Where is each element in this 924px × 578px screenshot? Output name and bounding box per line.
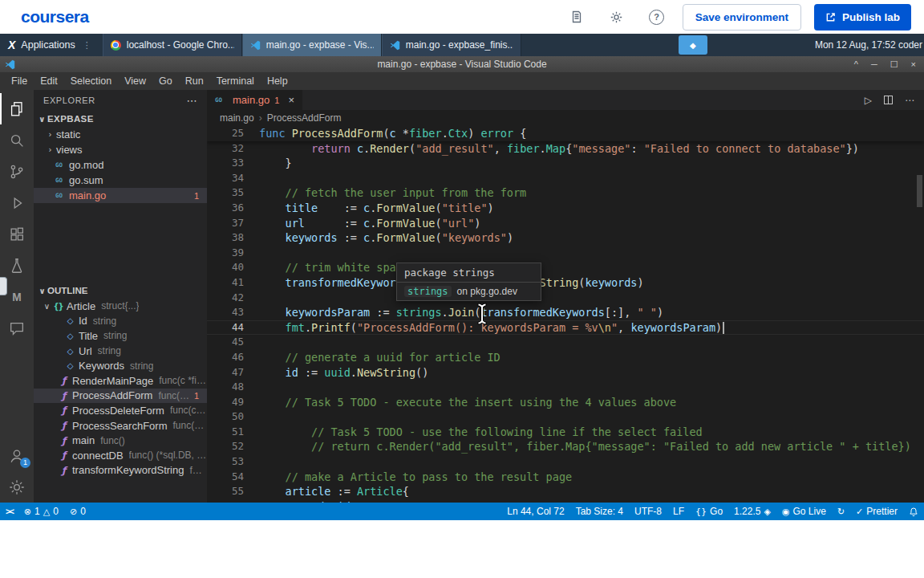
line-number[interactable]: 44	[207, 320, 259, 336]
go-version[interactable]: 1.22.5 ◈	[728, 503, 776, 520]
notifications-bell-icon[interactable]	[903, 503, 924, 520]
taskbar-window[interactable]: main.go - expbase_finis...	[382, 34, 521, 56]
taskbar-window[interactable]: localhost - Google Chro...	[103, 34, 242, 56]
menu-selection[interactable]: Selection	[64, 75, 118, 87]
more-actions-icon[interactable]: ⋯	[905, 95, 914, 106]
panel-pull-tab[interactable]	[0, 277, 7, 295]
code-editor[interactable]: 25func ProcessAddForm(c *fiber.Ctx) erro…	[207, 126, 924, 503]
go-live-button[interactable]: ◉ Go Live	[776, 503, 832, 520]
workspace-root[interactable]: ∨ EXPBASE	[34, 111, 207, 127]
extensions-icon[interactable]	[0, 218, 34, 250]
outline-item-Id[interactable]: ◇Idstring	[34, 314, 207, 329]
lab-notes-icon[interactable]	[569, 9, 585, 25]
code-line-54[interactable]: 54 // make a Article to pass to the resu…	[207, 470, 924, 485]
code-line-46[interactable]: 46 // generate a uuid for article ID	[207, 350, 924, 365]
menu-run[interactable]: Run	[179, 75, 210, 87]
line-number[interactable]: 47	[207, 365, 259, 381]
outline-item-ProcessSearchForm[interactable]: ƒProcessSearchFormfunc(c *fi...	[34, 418, 207, 434]
code-line-48[interactable]: 48	[207, 380, 924, 395]
explorer-item-go-mod[interactable]: GOgo.mod	[34, 157, 207, 173]
menu-go[interactable]: Go	[152, 75, 179, 87]
encoding[interactable]: UTF-8	[629, 503, 667, 520]
remote-indicator[interactable]: ><	[0, 503, 18, 520]
split-editor-icon[interactable]	[884, 96, 893, 104]
code-line-37[interactable]: 37 url := c.FormValue("url")	[207, 216, 924, 231]
ports-indicator[interactable]: ⊘ 0	[64, 503, 91, 520]
explorer-item-static[interactable]: ›static	[34, 127, 207, 142]
prettier-indicator[interactable]: ✓ Prettier	[850, 503, 903, 520]
line-number[interactable]: 33	[207, 156, 259, 171]
code-line-39[interactable]: 39	[207, 246, 924, 261]
line-number[interactable]: 45	[207, 335, 259, 350]
code-line-51[interactable]: 51 // Task 5 TODO - use the following li…	[207, 425, 924, 440]
line-number[interactable]: 54	[207, 470, 259, 485]
indentation[interactable]: Tab Size: 4	[570, 503, 629, 520]
menu-edit[interactable]: Edit	[34, 75, 64, 87]
shade-button[interactable]: ^	[854, 59, 858, 70]
line-number[interactable]: 40	[207, 260, 259, 275]
close-button[interactable]: ×	[911, 59, 916, 70]
minimize-button[interactable]: ─	[871, 59, 877, 70]
outline-header[interactable]: ∨ OUTLINE	[34, 283, 207, 299]
outline-item-Article[interactable]: ∨{}Articlestruct{...}	[34, 299, 207, 314]
save-environment-button[interactable]: Save environment	[683, 4, 801, 31]
line-number[interactable]: 34	[207, 171, 259, 186]
sync-icon[interactable]: ↻	[832, 503, 850, 520]
tab-main-go[interactable]: GO main.go 1 ×	[207, 90, 302, 110]
code-line-32[interactable]: 32 return c.Render("add_result", fiber.M…	[207, 141, 924, 157]
code-line-38[interactable]: 38 keywords := c.FormValue("keywords")	[207, 230, 924, 246]
outline-item-ProcessAddForm[interactable]: ƒProcessAddFormfunc(c *fi...1	[34, 389, 207, 404]
manage-gear-icon[interactable]	[0, 471, 34, 503]
outline-item-transformKeywordString[interactable]: ƒtransformKeywordStringfunc...	[34, 463, 207, 478]
line-number[interactable]: 42	[207, 291, 259, 306]
explorer-item-go-sum[interactable]: GOgo.sum	[34, 173, 207, 188]
line-number[interactable]: 48	[207, 380, 259, 395]
line-number[interactable]: 55	[207, 484, 259, 499]
line-number[interactable]: 56	[207, 499, 259, 503]
explorer-item-main-go[interactable]: GOmain.go1	[34, 188, 207, 203]
maximize-button[interactable]: ☐	[890, 59, 898, 70]
breadcrumb-symbol[interactable]: ProcessAddForm	[267, 112, 342, 124]
taskbar-window[interactable]: main.go - expbase - Vis...	[242, 34, 382, 56]
explorer-icon[interactable]	[0, 93, 34, 124]
code-line-47[interactable]: 47 id := uuid.NewString()	[207, 365, 924, 381]
editor-scrollbar[interactable]	[917, 175, 922, 207]
cursor-position[interactable]: Ln 44, Col 72	[501, 503, 569, 520]
line-number[interactable]: 43	[207, 305, 259, 320]
outline-item-connectDB[interactable]: ƒconnectDBfunc() (*sql.DB, error)	[34, 448, 207, 463]
tray-indicator-button[interactable]: ◆	[679, 35, 707, 55]
line-number[interactable]: 37	[207, 216, 259, 231]
code-line-41[interactable]: 41 transformedKeywords := transformKeywo…	[207, 275, 924, 291]
breadcrumb-file[interactable]: main.go	[220, 112, 254, 124]
code-line-55[interactable]: 55 article := Article{	[207, 484, 924, 499]
line-number[interactable]: 35	[207, 185, 259, 201]
explorer-actions-icon[interactable]: ⋯	[186, 95, 197, 107]
settings-gear-icon[interactable]	[609, 9, 625, 25]
search-icon[interactable]	[0, 124, 34, 156]
publish-lab-button[interactable]: Publish lab	[814, 4, 911, 31]
outline-item-RenderMainPage[interactable]: ƒRenderMainPagefunc(c *fiber....	[34, 373, 207, 389]
menu-file[interactable]: File	[5, 75, 34, 87]
code-line-34[interactable]: 34	[207, 171, 924, 186]
code-line-35[interactable]: 35 // fetch the user input from the form	[207, 185, 924, 201]
code-line-36[interactable]: 36 title := c.FormValue("title")	[207, 201, 924, 216]
eol-selector[interactable]: LF	[667, 503, 690, 520]
line-number[interactable]: 46	[207, 350, 259, 365]
line-number[interactable]: 39	[207, 246, 259, 261]
source-control-icon[interactable]	[0, 156, 34, 187]
line-number[interactable]: 41	[207, 275, 259, 291]
code-line-25[interactable]: 25func ProcessAddForm(c *fiber.Ctx) erro…	[207, 126, 924, 141]
outline-item-main[interactable]: ƒmainfunc()	[34, 433, 207, 448]
menu-help[interactable]: Help	[261, 75, 294, 87]
code-line-50[interactable]: 50	[207, 409, 924, 425]
code-line-40[interactable]: 40 // trim white spa	[207, 260, 924, 275]
code-line-42[interactable]: 42	[207, 291, 924, 306]
code-line-56[interactable]: 56 Id: id,	[207, 499, 924, 503]
code-line-53[interactable]: 53	[207, 454, 924, 470]
menu-view[interactable]: View	[118, 75, 152, 87]
line-number[interactable]: 52	[207, 439, 259, 454]
code-line-43[interactable]: 43 keywordsParam := strings.Join(transfo…	[207, 305, 924, 320]
code-line-44[interactable]: 44 fmt.Printf("ProcessAddForm(): keyword…	[207, 320, 924, 336]
tab-close-icon[interactable]: ×	[288, 94, 294, 106]
test-beaker-icon[interactable]	[0, 250, 34, 281]
